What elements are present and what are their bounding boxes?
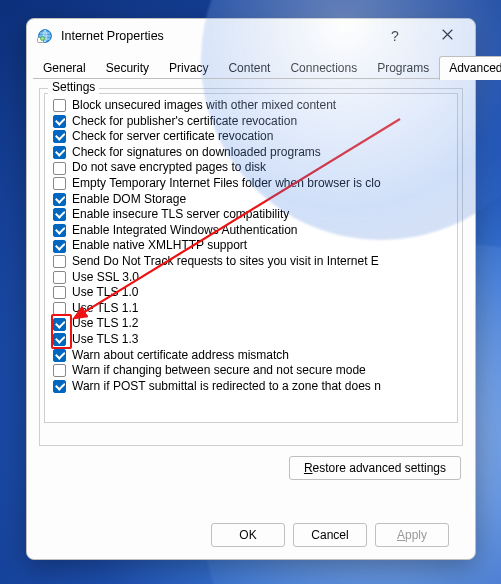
tab-security[interactable]: Security xyxy=(96,56,159,80)
checkbox[interactable] xyxy=(53,177,66,190)
cancel-button[interactable]: Cancel xyxy=(293,523,367,547)
window-title: Internet Properties xyxy=(61,29,365,43)
settings-item-label: Enable native XMLHTTP support xyxy=(72,238,247,254)
settings-item[interactable]: Check for server certificate revocation xyxy=(53,129,455,145)
restore-advanced-button[interactable]: Restore advanced settings xyxy=(289,456,461,480)
settings-item[interactable]: Warn about certificate address mismatch xyxy=(53,348,455,364)
settings-item-label: Warn if changing between secure and not … xyxy=(72,363,366,379)
checkbox[interactable] xyxy=(53,224,66,237)
settings-item[interactable]: Enable insecure TLS server compatibility xyxy=(53,207,455,223)
settings-item[interactable]: Empty Temporary Internet Files folder wh… xyxy=(53,176,455,192)
close-icon xyxy=(442,29,453,43)
settings-item-label: Use TLS 1.1 xyxy=(72,301,138,317)
settings-legend: Settings xyxy=(48,80,99,94)
checkbox[interactable] xyxy=(53,364,66,377)
ok-button[interactable]: OK xyxy=(211,523,285,547)
tab-advanced[interactable]: Advanced xyxy=(439,56,501,80)
settings-item-label: Use TLS 1.3 xyxy=(72,332,138,348)
settings-item-label: Check for publisher's certificate revoca… xyxy=(72,114,297,130)
settings-item[interactable]: Enable native XMLHTTP support xyxy=(53,238,455,254)
checkbox[interactable] xyxy=(53,333,66,346)
settings-item-label: Check for signatures on downloaded progr… xyxy=(72,145,321,161)
help-button[interactable]: ? xyxy=(373,21,417,51)
checkbox[interactable] xyxy=(53,349,66,362)
cancel-label: Cancel xyxy=(311,528,348,542)
settings-item[interactable]: Use SSL 3.0 xyxy=(53,270,455,286)
settings-item-label: Warn about certificate address mismatch xyxy=(72,348,289,364)
checkbox[interactable] xyxy=(53,208,66,221)
settings-item[interactable]: Warn if POST submittal is redirected to … xyxy=(53,379,455,395)
dialog-footer: OK Cancel Apply xyxy=(39,511,463,559)
help-icon: ? xyxy=(391,28,399,44)
settings-item[interactable]: Enable DOM Storage xyxy=(53,192,455,208)
restore-label-rest: estore advanced settings xyxy=(313,461,446,475)
settings-item[interactable]: Send Do Not Track requests to sites you … xyxy=(53,254,455,270)
tab-programs[interactable]: Programs xyxy=(367,56,439,80)
checkbox[interactable] xyxy=(53,162,66,175)
checkbox[interactable] xyxy=(53,318,66,331)
checkbox[interactable] xyxy=(53,286,66,299)
settings-listbox[interactable]: Block unsecured images with other mixed … xyxy=(44,93,458,423)
settings-item[interactable]: Use TLS 1.1 xyxy=(53,301,455,317)
tab-general[interactable]: General xyxy=(33,56,96,80)
tab-underline xyxy=(33,78,469,79)
settings-item[interactable]: Enable Integrated Windows Authentication xyxy=(53,223,455,239)
tab-content[interactable]: Content xyxy=(218,56,280,80)
settings-item[interactable]: Use TLS 1.2 xyxy=(53,316,455,332)
dialog-body: Settings Block unsecured images with oth… xyxy=(27,80,475,559)
checkbox[interactable] xyxy=(53,271,66,284)
settings-item-label: Enable DOM Storage xyxy=(72,192,186,208)
settings-item-label: Check for server certificate revocation xyxy=(72,129,273,145)
checkbox[interactable] xyxy=(53,146,66,159)
settings-item-label: Use SSL 3.0 xyxy=(72,270,139,286)
settings-item[interactable]: Do not save encrypted pages to disk xyxy=(53,160,455,176)
settings-item-label: Block unsecured images with other mixed … xyxy=(72,98,336,114)
apply-label: Apply xyxy=(397,528,427,542)
settings-fieldset: Settings Block unsecured images with oth… xyxy=(39,88,463,446)
settings-item-label: Warn if POST submittal is redirected to … xyxy=(72,379,381,395)
checkbox[interactable] xyxy=(53,255,66,268)
checkbox[interactable] xyxy=(53,115,66,128)
tab-connections[interactable]: Connections xyxy=(280,56,367,80)
settings-item[interactable]: Check for signatures on downloaded progr… xyxy=(53,145,455,161)
settings-item[interactable]: Block unsecured images with other mixed … xyxy=(53,98,455,114)
restore-mnemonic: R xyxy=(304,461,313,475)
tab-privacy[interactable]: Privacy xyxy=(159,56,218,80)
settings-item[interactable]: Use TLS 1.0 xyxy=(53,285,455,301)
ok-label: OK xyxy=(239,528,256,542)
settings-item-label: Enable insecure TLS server compatibility xyxy=(72,207,289,223)
apply-button[interactable]: Apply xyxy=(375,523,449,547)
desktop-wallpaper: Internet Properties ? GeneralSecurityPri… xyxy=(0,0,501,584)
settings-item-label: Enable Integrated Windows Authentication xyxy=(72,223,297,239)
settings-item-label: Do not save encrypted pages to disk xyxy=(72,160,266,176)
svg-point-2 xyxy=(41,37,45,41)
settings-item[interactable]: Use TLS 1.3 xyxy=(53,332,455,348)
internet-options-icon xyxy=(37,28,53,44)
settings-item[interactable]: Warn if changing between secure and not … xyxy=(53,363,455,379)
settings-item-label: Empty Temporary Internet Files folder wh… xyxy=(72,176,381,192)
titlebar: Internet Properties ? xyxy=(27,19,475,53)
checkbox[interactable] xyxy=(53,130,66,143)
checkbox[interactable] xyxy=(53,302,66,315)
checkbox[interactable] xyxy=(53,240,66,253)
checkbox[interactable] xyxy=(53,193,66,206)
checkbox[interactable] xyxy=(53,99,66,112)
restore-row: Restore advanced settings xyxy=(41,456,461,480)
close-button[interactable] xyxy=(425,21,469,51)
tab-bar: GeneralSecurityPrivacyContentConnections… xyxy=(27,55,475,79)
checkbox[interactable] xyxy=(53,380,66,393)
settings-item[interactable]: Check for publisher's certificate revoca… xyxy=(53,114,455,130)
settings-item-label: Use TLS 1.0 xyxy=(72,285,138,301)
settings-item-label: Use TLS 1.2 xyxy=(72,316,138,332)
settings-item-label: Send Do Not Track requests to sites you … xyxy=(72,254,379,270)
internet-properties-dialog: Internet Properties ? GeneralSecurityPri… xyxy=(26,18,476,560)
